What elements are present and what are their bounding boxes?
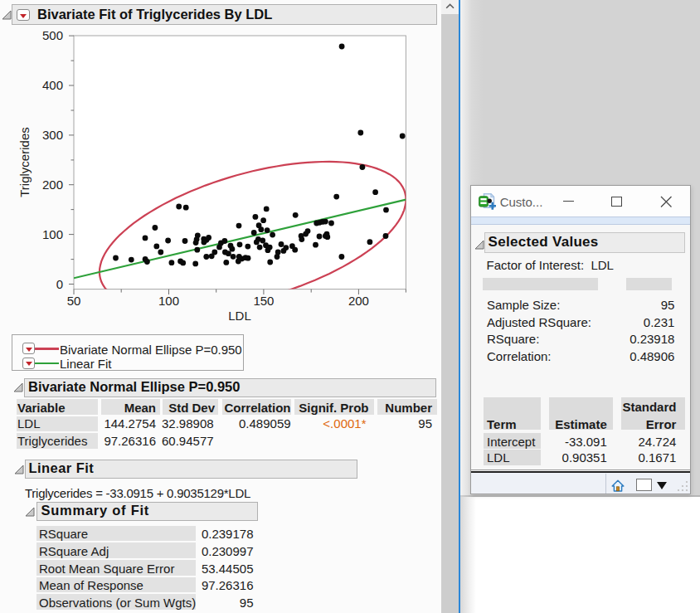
svg-text:100: 100 <box>158 294 179 308</box>
svg-text:500: 500 <box>42 30 63 42</box>
svg-text:400: 400 <box>42 78 63 92</box>
svg-text:Triglycerides: Triglycerides <box>17 127 32 197</box>
svg-text:150: 150 <box>253 294 274 308</box>
svg-text:300: 300 <box>42 128 63 142</box>
svg-text:100: 100 <box>42 227 63 241</box>
svg-text:LDL: LDL <box>228 309 251 323</box>
svg-text:200: 200 <box>348 294 369 308</box>
svg-text:0: 0 <box>56 277 63 291</box>
svg-text:50: 50 <box>67 294 81 308</box>
svg-text:200: 200 <box>42 178 63 192</box>
